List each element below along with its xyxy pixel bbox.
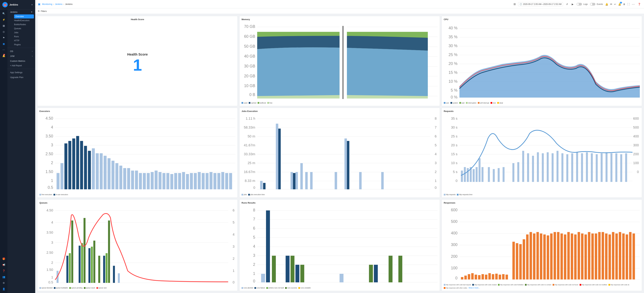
breadcrumb-jenkins[interactable]: Jenkins [55,3,62,5]
svg-text:20 GB: 20 GB [244,74,255,78]
svg-text:40 GB: 40 GB [244,54,255,58]
requests-chart: 35 s 30 s 25 s 20 s 15 s 10 s 5 s 0 600 … [444,114,640,193]
svg-text:600: 600 [451,208,458,212]
nav-help-icon[interactable]: ❓ [2,268,5,273]
jvm-group-header[interactable]: JVM › [8,54,35,59]
nav-grid-icon[interactable]: ▦ [2,23,5,28]
sidebar-item-queues[interactable]: Queues [13,27,35,31]
svg-rect-193 [606,152,608,182]
sidebar-item-overview[interactable]: Overview [14,15,34,19]
svg-rect-192 [600,153,602,182]
svg-rect-72 [131,170,134,189]
svg-rect-180 [542,153,544,182]
nav-settings-icon[interactable]: ⚙ [2,280,5,285]
svg-text:0: 0 [456,179,457,183]
notif-badge[interactable]: 🔔0 [618,3,621,6]
filter-label: Filters [41,10,46,13]
cpu-title: CPU [444,18,640,21]
svg-rect-260 [340,274,344,282]
mail-icon[interactable]: ✉ [610,3,612,6]
nav-flag-icon[interactable]: ⚑ [2,35,5,41]
svg-rect-64 [100,153,103,189]
svg-rect-91 [206,173,209,189]
svg-text:1: 1 [253,271,255,276]
svg-rect-53 [56,173,60,189]
svg-rect-97 [229,173,232,189]
sidebar-item-plugins[interactable]: Plugins [13,43,35,47]
svg-rect-183 [556,151,558,182]
svg-rect-176 [522,151,524,182]
svg-text:200: 200 [633,152,639,156]
sidebar-item-runs[interactable]: Runs [13,35,35,39]
svg-rect-315 [588,232,590,279]
nav-monitor-icon[interactable]: ▣ [2,41,5,47]
sidebar-item-app-settings[interactable]: App Settings [8,70,35,75]
desktop-icon[interactable]: 🖥 [623,3,626,6]
dashboard-grid-icon[interactable]: ⊞ [514,3,516,6]
svg-rect-182 [552,153,554,182]
time-range-label: 2020-09-17 2:05 AM—2020-09-17 2:52 AM [523,3,562,5]
runs-results-title: Runs Results [242,201,438,204]
sidebar-item-http[interactable]: HTTP [13,39,35,43]
responses-chart: 600 500 400 300 200 100 0 [444,205,640,283]
nav-map-icon[interactable]: ◎ [2,29,5,34]
svg-rect-292 [506,275,508,279]
sidebar-item-jobs[interactable]: Jobs [13,31,35,35]
sidebar: 🐙 Jenkins ▼ 🔍 ⚡ ▦ ◎ ⚑ ▣ ⋯ 🔔 2 🎁 📢 ❓ 👥 ⚙ … [0,0,35,293]
svg-text:3.50: 3.50 [46,230,53,234]
svg-rect-319 [602,232,604,279]
sidebar-logo[interactable]: 🐙 Jenkins ▼ [0,0,35,10]
os-group-header[interactable]: OS › [8,49,35,54]
jobs-execution-title: Jobs Execution [242,110,438,112]
svg-text:5: 5 [253,235,255,239]
svg-rect-303 [547,235,549,279]
help-button[interactable]: ❓ [637,2,641,6]
svg-text:30 GB: 30 GB [244,64,255,68]
custom-metrics-header[interactable]: Custom Metrics [8,59,35,64]
fullscreen-icon[interactable]: ⛶ [628,3,630,6]
breadcrumb-monitoring[interactable]: Monitoring [42,3,52,5]
svg-rect-223 [79,246,81,283]
sidebar-item-builds-nodes[interactable]: Builds/Nodes [13,23,35,27]
bell-icon[interactable]: 🔔 [605,3,608,6]
svg-rect-311 [574,235,576,279]
nav-alert-icon[interactable]: 🔔 2 [2,53,5,59]
jobs-execution-card: Jobs Execution 1.11 h 58.33m 50 m 41.67m… [239,108,440,198]
play-button[interactable]: ▶ [571,2,574,6]
nav-gift-icon[interactable]: 🎁 [2,256,5,261]
svg-text:15 %: 15 % [448,70,457,75]
svg-text:2: 2 [253,262,255,267]
add-report-button[interactable]: + Add Report [8,64,35,68]
nav-flow-icon[interactable]: ⋯ [2,47,5,53]
svg-text:7: 7 [253,217,255,221]
nav-team-icon[interactable]: 👥 [2,274,5,279]
nav-user-icon[interactable]: 👤 [2,286,5,292]
queues-title: Queues [40,201,236,204]
time-range-selector[interactable]: 🕐 2020-09-17 2:05 AM—2020-09-17 2:52 AM [518,2,563,6]
refresh-button[interactable]: ↺ [565,2,569,6]
svg-rect-71 [127,168,130,189]
svg-rect-166 [472,169,474,182]
jenkins-group-header[interactable]: Jenkins ▼ [8,10,35,15]
svg-rect-96 [225,173,228,189]
more-icon[interactable]: ⋯ [632,2,635,6]
sidebar-item-health-executors[interactable]: Health/Executors [13,19,35,23]
svg-rect-67 [112,161,114,189]
svg-text:2: 2 [51,261,53,264]
show-more-link[interactable]: Show 2 more... [468,287,480,289]
nav-activity-icon[interactable]: ⚡ [2,17,5,22]
events-toggle[interactable] [590,3,595,6]
jvm-label: JVM [10,55,14,57]
nav-search-icon[interactable]: 🔍 [2,11,5,16]
events-toggle-group: Events [590,3,603,6]
nav-bell-icon[interactable]: 📢 [2,262,5,267]
svg-rect-81 [166,173,170,189]
executors-card: Executors 4.50 4 3.50 3 2.50 2 1.50 1 0.… [37,108,238,198]
sidebar-item-upgrade-plan[interactable]: Upgrade Plan [8,75,35,80]
svg-rect-94 [217,173,220,189]
svg-text:600: 600 [633,116,639,120]
svg-text:5: 5 [232,220,234,224]
undo-icon[interactable]: ↩ [614,3,616,6]
logs-toggle[interactable] [576,3,582,6]
svg-rect-296 [522,239,525,279]
